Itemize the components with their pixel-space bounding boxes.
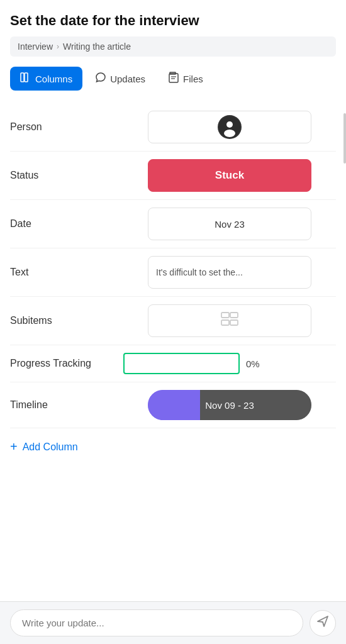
tab-updates[interactable]: Updates [85, 67, 155, 91]
value-date[interactable]: Nov 23 [123, 208, 336, 240]
timeline-left-segment [148, 390, 200, 420]
breadcrumb-current: Writing the article [63, 42, 131, 52]
add-column-button[interactable]: + Add Column [10, 428, 78, 460]
tab-files-label: Files [183, 74, 203, 84]
scrollbar[interactable] [343, 113, 346, 164]
main-content: Set the date for the interview Interview… [0, 0, 346, 601]
label-person: Person [10, 121, 123, 133]
bottom-bar [0, 601, 346, 644]
add-column-label: Add Column [23, 441, 78, 453]
row-person: Person [10, 103, 336, 152]
row-text: Text It's difficult to set the... [10, 248, 336, 297]
status-cell[interactable]: Stuck [148, 159, 311, 192]
plus-icon: + [10, 440, 18, 454]
breadcrumb: Interview › Writing the article [10, 36, 336, 57]
svg-rect-1 [25, 73, 28, 82]
label-text: Text [10, 267, 123, 278]
row-subitems: Subitems [10, 297, 336, 345]
tab-columns[interactable]: Columns [10, 67, 82, 91]
label-timeline: Timeline [10, 399, 123, 411]
label-status: Status [10, 170, 123, 181]
update-input[interactable] [10, 609, 303, 636]
progress-bar[interactable] [123, 353, 240, 374]
breadcrumb-parent[interactable]: Interview [18, 42, 53, 52]
value-status[interactable]: Stuck [123, 159, 336, 192]
timeline-cell[interactable]: Nov 09 - 23 [148, 390, 311, 420]
tab-updates-label: Updates [110, 74, 145, 84]
timeline-label: Nov 09 - 23 [205, 400, 254, 411]
page-title: Set the date for the interview [10, 13, 336, 29]
svg-rect-9 [221, 313, 229, 318]
file-icon [168, 72, 179, 86]
subitems-icon [221, 312, 238, 330]
label-progress: Progress Tracking [10, 358, 123, 369]
row-date: Date Nov 23 [10, 200, 336, 248]
value-subitems[interactable] [123, 304, 336, 337]
rows-container: Person Status Stuck [10, 103, 336, 428]
svg-rect-0 [21, 73, 24, 82]
row-status: Status Stuck [10, 152, 336, 200]
value-progress[interactable]: 0% [123, 353, 336, 374]
chat-icon [95, 72, 106, 86]
value-text[interactable]: It's difficult to set the... [123, 256, 336, 289]
send-icon [316, 615, 329, 631]
row-progress: Progress Tracking 0% [10, 345, 336, 382]
label-subitems: Subitems [10, 315, 123, 326]
svg-point-8 [224, 130, 235, 137]
person-cell[interactable] [148, 111, 311, 143]
text-cell[interactable]: It's difficult to set the... [148, 256, 311, 289]
label-date: Date [10, 218, 123, 230]
breadcrumb-separator: › [57, 42, 59, 51]
svg-rect-3 [169, 74, 178, 82]
columns-icon [20, 72, 31, 86]
send-button[interactable] [310, 610, 336, 636]
value-person[interactable] [123, 111, 336, 143]
svg-point-7 [226, 121, 233, 128]
svg-rect-10 [230, 313, 238, 318]
row-timeline: Timeline Nov 09 - 23 [10, 382, 336, 428]
date-cell[interactable]: Nov 23 [148, 208, 311, 240]
svg-rect-11 [221, 320, 229, 325]
svg-rect-12 [230, 320, 238, 325]
progress-percent: 0% [246, 358, 260, 369]
tab-files[interactable]: Files [158, 67, 213, 91]
subitems-cell[interactable] [148, 304, 311, 337]
tab-columns-label: Columns [35, 74, 72, 84]
value-timeline[interactable]: Nov 09 - 23 [123, 390, 336, 420]
avatar [218, 115, 242, 139]
tab-bar: Columns Updates Files [10, 67, 336, 91]
